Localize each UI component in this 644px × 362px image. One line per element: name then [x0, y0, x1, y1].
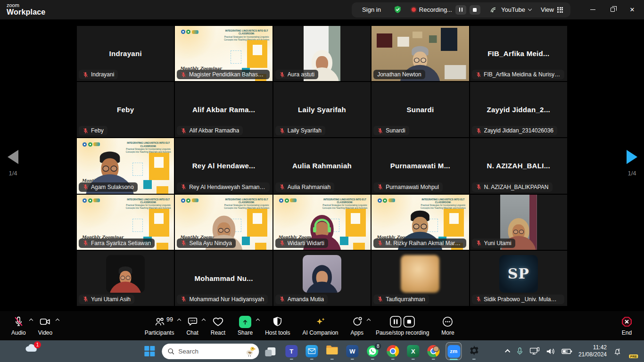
- participant-tile-1[interactable]: IndrayaniIndrayani: [77, 26, 174, 81]
- slide-dashed-square: [132, 219, 143, 232]
- taskbar-app-chrome[interactable]: [385, 342, 401, 361]
- notification-bell-icon[interactable]: [613, 347, 622, 356]
- muted-mic-icon: [476, 128, 482, 134]
- pause-stop-recording-button[interactable]: Pause/stop recording: [376, 315, 429, 336]
- participant-tile-23[interactable]: Amanda Mutia: [273, 251, 371, 306]
- muted-mic-icon: [476, 72, 481, 78]
- taskbar-search-input[interactable]: Search: [162, 344, 259, 359]
- apps-button[interactable]: Apps: [351, 315, 363, 336]
- participants-button[interactable]: 99Participants: [145, 315, 174, 336]
- youtube-stream-menu[interactable]: YouTube: [490, 6, 531, 13]
- react-button[interactable]: React: [211, 315, 225, 336]
- minimize-button[interactable]: [583, 0, 603, 20]
- participant-tile-2[interactable]: INTEGRATING LINGUISTICS INTO ELT CLASSRO…: [175, 26, 272, 81]
- audio-icon: [13, 315, 25, 328]
- participant-tile-7[interactable]: Alif Akbar Rama...Alif Akbar Ramadha: [175, 82, 272, 137]
- participant-tile-19[interactable]: INTEGRATING LINGUISTICS INTO ELT CLASSRO…: [372, 195, 469, 250]
- taskbar-app-chrome-profile[interactable]: [425, 342, 441, 361]
- taskbar-app-start[interactable]: [141, 342, 157, 361]
- chevron-up-icon[interactable]: [367, 319, 371, 322]
- slide-yellow-shape: [247, 209, 267, 237]
- taskbar-app-settings[interactable]: [466, 342, 482, 361]
- slide-yellow-shape: [444, 209, 464, 237]
- participant-tile-18[interactable]: INTEGRATING LINGUISTICS INTO ELT CLASSRO…: [273, 195, 371, 250]
- participants-grid: IndrayaniIndrayaniINTEGRATING LINGUISTIC…: [77, 26, 567, 306]
- tray-microphone-icon[interactable]: [516, 347, 523, 355]
- taskbar-clock[interactable]: 11:42 21/08/2024: [578, 344, 607, 358]
- participant-name-label: M. Rizky Raihan Akmal Marsudi: [373, 239, 466, 248]
- chevron-up-icon[interactable]: [56, 319, 59, 322]
- chevron-up-icon[interactable]: [202, 319, 206, 322]
- participant-tile-13[interactable]: Aulia RahmaniahAulia Rahmaniah: [273, 138, 371, 193]
- previous-page-arrow-icon[interactable]: [8, 150, 18, 164]
- tray-overflow-chevron-icon[interactable]: [505, 349, 510, 354]
- participant-tile-20[interactable]: Yuni Utami: [470, 195, 567, 250]
- excel-icon: X: [407, 345, 419, 357]
- ai-companion-button[interactable]: AI Companion: [303, 315, 339, 336]
- participant-tile-10[interactable]: Zayyid Jiddan_2...Zayyid Jiddan_23140260…: [470, 82, 567, 137]
- stop-recording-button[interactable]: [470, 5, 480, 15]
- participant-tile-6[interactable]: FebyFeby: [77, 82, 174, 137]
- participant-name-label: Rey Al Hendaweyah Samantha: [177, 182, 269, 192]
- restore-button[interactable]: [603, 0, 622, 20]
- taskbar-app-teams[interactable]: T: [283, 342, 299, 361]
- onedrive-icon[interactable]: 1: [25, 344, 38, 355]
- recording-dot-icon: [412, 8, 416, 12]
- slide-yellow-square: [157, 186, 168, 193]
- chevron-up-icon[interactable]: [256, 319, 260, 322]
- participants-count: 99: [166, 316, 173, 323]
- participant-tile-9[interactable]: SunardiSunardi: [372, 82, 469, 137]
- slide-title: INTEGRATING LINGUISTICS INTO ELT CLASSRO…: [322, 198, 368, 204]
- end-icon: [621, 315, 633, 328]
- participant-tile-17[interactable]: INTEGRATING LINGUISTICS INTO ELT CLASSRO…: [175, 195, 272, 250]
- taskbar-app-excel[interactable]: X: [405, 342, 421, 361]
- participant-tile-16[interactable]: INTEGRATING LINGUISTICS INTO ELT CLASSRO…: [77, 195, 174, 250]
- chevron-up-icon[interactable]: [177, 319, 181, 322]
- taskbar-app-zoom[interactable]: zm: [446, 342, 462, 361]
- close-button[interactable]: ✕: [622, 0, 642, 20]
- muted-mic-icon: [279, 72, 285, 78]
- next-page-arrow-icon[interactable]: [627, 150, 637, 164]
- participant-tile-8[interactable]: Laily SyarifahLaily Syarifah: [273, 82, 371, 137]
- taskbar-app-file-explorer[interactable]: [324, 342, 340, 361]
- more-button[interactable]: More: [441, 315, 454, 336]
- chevron-up-icon[interactable]: [29, 319, 33, 322]
- apps-icon: [351, 315, 363, 328]
- end-button[interactable]: End: [621, 315, 633, 336]
- profile-avatar: [401, 255, 439, 293]
- taskbar-app-word[interactable]: W: [344, 342, 360, 361]
- participant-tile-4[interactable]: Jonathan Newton: [372, 26, 469, 81]
- taskbar-app-mail[interactable]: [304, 342, 320, 361]
- video-button[interactable]: Video: [38, 315, 52, 336]
- participant-tile-5[interactable]: FIB_Arfika Meid...FIB_Arfika Meidina & N…: [470, 26, 567, 81]
- previous-page-control[interactable]: 1/4: [8, 150, 18, 177]
- taskbar-app-whatsapp[interactable]: 8: [364, 342, 380, 361]
- toolbar-button-label: Audio: [11, 329, 26, 336]
- participant-tile-21[interactable]: Yuni Utami Asih: [77, 251, 174, 306]
- tray-battery-icon[interactable]: [561, 348, 572, 354]
- next-page-control[interactable]: 1/4: [627, 150, 637, 177]
- tray-speaker-icon[interactable]: [546, 347, 555, 355]
- participant-tile-25[interactable]: SPSidik Prabowo _Univ. Mulawar...: [470, 251, 567, 306]
- participant-tile-11[interactable]: INTEGRATING LINGUISTICS INTO ELT CLASSRO…: [77, 138, 174, 193]
- participant-tile-3[interactable]: Aura astuti: [273, 26, 371, 81]
- pause-recording-button[interactable]: [455, 5, 466, 15]
- participant-tile-12[interactable]: Rey Al Hendawe...Rey Al Hendaweyah Saman…: [175, 138, 272, 193]
- participant-tile-24[interactable]: Taufiqurrahman: [372, 251, 469, 306]
- participant-tile-15[interactable]: N. AZIZAH_BALI...N. AZIZAH_BALIKPAPAN: [470, 138, 567, 193]
- participant-tile-22[interactable]: Mohammad Nu...Mohammad Nur Hadiyansyah: [175, 251, 272, 306]
- host-tools-button[interactable]: Host tools: [265, 315, 290, 336]
- sign-in-button[interactable]: Sign in: [359, 6, 384, 14]
- audio-button[interactable]: Audio: [11, 315, 26, 336]
- muted-mic-icon: [83, 296, 89, 302]
- slide-yellow-shape: [149, 153, 169, 181]
- participant-tile-14[interactable]: Purnamawati M...Purnamawati Mohpul: [372, 138, 469, 193]
- participant-name-label: Mohammad Nur Hadiyansyah: [177, 295, 268, 304]
- tray-display-icon[interactable]: [529, 347, 540, 355]
- chat-button[interactable]: Chat: [186, 315, 198, 336]
- share-screen-green-icon: [239, 316, 251, 328]
- taskbar-app-task-view[interactable]: [263, 342, 279, 361]
- share-button[interactable]: Share: [238, 315, 253, 336]
- copilot-icon[interactable]: PRE: [628, 346, 639, 357]
- view-menu[interactable]: View: [541, 6, 563, 13]
